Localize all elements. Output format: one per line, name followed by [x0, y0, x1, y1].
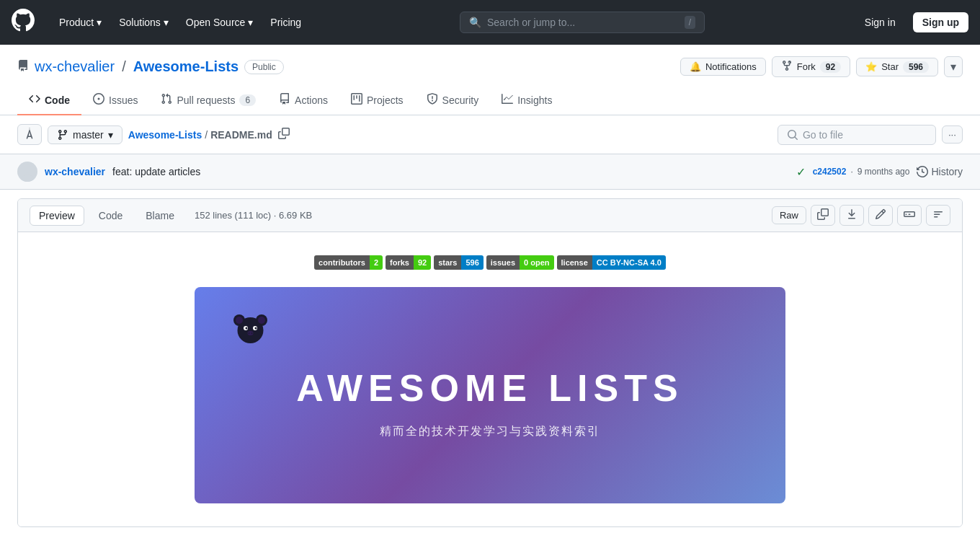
readme-content: contributors 2 forks 92 stars 596 issues…	[18, 232, 962, 526]
chevron-down-icon: ▾	[248, 17, 253, 28]
chevron-down-icon: ▾	[164, 17, 169, 28]
notifications-button[interactable]: 🔔 Notifications	[680, 58, 766, 76]
svg-point-5	[236, 317, 243, 324]
banner-subtitle: 精而全的技术开发学习与实践资料索引	[238, 424, 742, 439]
readme-banner: AWESOME LISTS 精而全的技术开发学习与实践资料索引	[195, 287, 785, 503]
code-tab[interactable]: Code	[90, 206, 131, 225]
fork-icon	[781, 60, 793, 74]
tab-pull-requests-label: Pull requests	[177, 94, 235, 106]
sign-in-button[interactable]: Sign in	[856, 13, 904, 32]
repo-header: wx-chevalier / Awesome-Lists Public 🔔 No…	[0, 45, 980, 115]
svg-point-12	[249, 332, 250, 334]
commit-row: wx-chevalier feat: update articles ✓ c24…	[0, 154, 980, 190]
search-bar[interactable]: 🔍 Search or jump to... /	[460, 12, 705, 33]
svg-point-10	[255, 327, 257, 330]
repo-visibility-badge: Public	[244, 60, 284, 74]
branch-name: master	[73, 129, 104, 141]
preview-tab[interactable]: Preview	[30, 206, 84, 226]
branch-selector[interactable]: master ▾	[48, 125, 122, 144]
search-placeholder: Search or jump to...	[487, 17, 679, 28]
commit-hash[interactable]: c242502	[813, 167, 847, 177]
commit-author[interactable]: wx-chevalier	[45, 166, 105, 177]
nav-solutions[interactable]: Solutions ▾	[112, 12, 176, 32]
repo-owner[interactable]: wx-chevalier	[35, 58, 115, 75]
tab-security-label: Security	[442, 94, 479, 106]
copy-content-button[interactable]	[811, 205, 835, 226]
navbar-search-area: 🔍 Search or jump to... /	[320, 12, 845, 33]
security-icon	[427, 93, 438, 107]
download-button[interactable]	[839, 205, 864, 226]
projects-icon	[351, 93, 362, 107]
bell-icon: 🔔	[690, 61, 701, 72]
code-icon	[29, 93, 40, 107]
tab-insights[interactable]: Insights	[490, 86, 564, 115]
repo-icon	[17, 60, 29, 74]
more-file-options-button[interactable]	[897, 205, 922, 226]
repo-title-row: wx-chevalier / Awesome-Lists Public 🔔 No…	[17, 56, 963, 77]
fork-count: 92	[820, 61, 841, 73]
search-icon: 🔍	[469, 17, 481, 28]
banner-title: AWESOME LISTS	[238, 366, 742, 410]
svg-point-1	[20, 175, 35, 182]
blame-tab[interactable]: Blame	[137, 206, 183, 225]
forks-badge: forks 92	[386, 255, 431, 270]
more-options-button[interactable]: ···	[942, 125, 963, 144]
tab-security[interactable]: Security	[415, 86, 491, 115]
commit-status-check-icon: ✓	[796, 165, 806, 179]
repo-name[interactable]: Awesome-Lists	[133, 58, 239, 75]
edit-button[interactable]	[868, 205, 893, 226]
outline-button[interactable]	[926, 205, 950, 226]
chevron-down-icon: ▾	[97, 17, 102, 28]
star-icon: ⭐	[865, 61, 877, 72]
file-header: master ▾ Awesome-Lists / README.md Go to…	[0, 115, 980, 154]
badges-row: contributors 2 forks 92 stars 596 issues…	[41, 255, 939, 270]
breadcrumb-separator: /	[205, 129, 208, 141]
tab-actions-label: Actions	[295, 94, 328, 106]
search-keyboard-shortcut: /	[685, 16, 695, 29]
tab-projects[interactable]: Projects	[339, 86, 415, 115]
commit-message: feat: update articles	[112, 166, 789, 177]
file-meta: 152 lines (111 loc) · 6.69 KB	[189, 210, 766, 221]
sign-up-button[interactable]: Sign up	[913, 12, 968, 32]
file-view: Preview Code Blame 152 lines (111 loc) ·…	[17, 198, 963, 527]
issues-icon	[93, 93, 104, 107]
raw-button[interactable]: Raw	[772, 206, 806, 224]
goto-file-button[interactable]: Go to file	[778, 125, 936, 145]
tab-pull-requests[interactable]: Pull requests 6	[149, 86, 267, 115]
stars-badge: stars 596	[434, 255, 484, 270]
commit-age-text: 9 months ago	[858, 167, 910, 177]
nav-pricing[interactable]: Pricing	[263, 12, 308, 32]
svg-point-6	[258, 317, 265, 324]
bear-logo-icon	[231, 309, 270, 348]
history-button[interactable]: History	[917, 166, 963, 177]
breadcrumb-root-link[interactable]: Awesome-Lists	[128, 129, 202, 141]
github-logo-icon[interactable]	[12, 9, 35, 37]
nav-open-source[interactable]: Open Source ▾	[179, 12, 261, 32]
insights-icon	[502, 93, 513, 107]
repo-slash: /	[122, 58, 126, 75]
tab-issues[interactable]: Issues	[81, 86, 149, 115]
svg-point-13	[251, 332, 253, 334]
actions-icon	[279, 93, 290, 107]
toggle-sidebar-button[interactable]	[17, 124, 42, 145]
license-badge: license CC BY-NC-SA 4.0	[557, 255, 666, 270]
tab-code[interactable]: Code	[17, 86, 81, 115]
issues-badge: issues 0 open	[486, 255, 554, 270]
tab-issues-label: Issues	[109, 94, 138, 106]
svg-point-9	[246, 327, 248, 330]
star-button[interactable]: ⭐ Star 596	[856, 58, 938, 76]
author-avatar	[17, 162, 37, 182]
tab-actions[interactable]: Actions	[267, 86, 339, 115]
history-label: History	[931, 166, 963, 177]
breadcrumb-current-file: README.md	[210, 129, 272, 141]
nav-product[interactable]: Product ▾	[52, 12, 109, 32]
fork-button[interactable]: Fork 92	[772, 56, 850, 77]
goto-file-placeholder: Go to file	[803, 129, 927, 141]
navbar: Product ▾ Solutions ▾ Open Source ▾ Pric…	[0, 0, 980, 45]
navbar-nav: Product ▾ Solutions ▾ Open Source ▾ Pric…	[52, 12, 308, 32]
contributors-badge: contributors 2	[314, 255, 383, 270]
chevron-down-icon: ▾	[108, 129, 113, 141]
star-count: 596	[903, 61, 929, 73]
copy-path-button[interactable]	[275, 125, 293, 144]
add-action-button[interactable]: ▾	[944, 56, 963, 77]
